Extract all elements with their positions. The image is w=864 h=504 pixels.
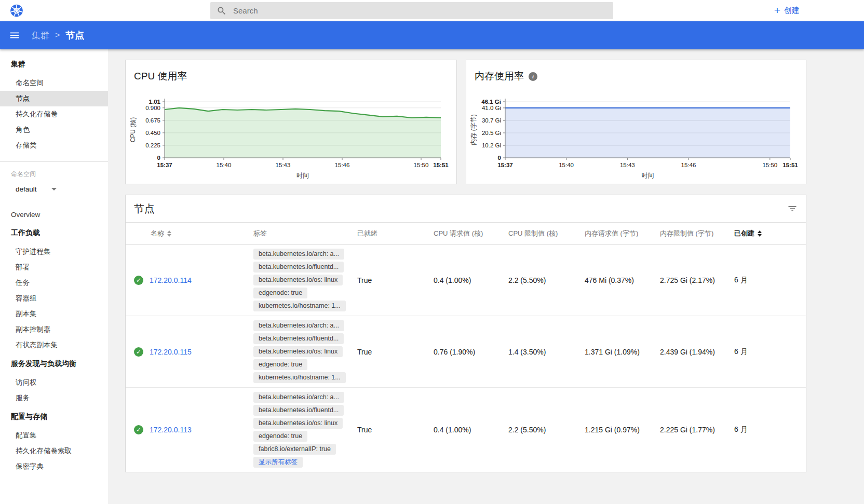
filter-icon[interactable] (787, 203, 798, 214)
cell-memory-limits: 2.725 Gi (2.17%) (660, 276, 734, 284)
node-label-chip: edgenode: true (253, 359, 307, 370)
plus-icon: + (774, 5, 780, 16)
memory-usage-chart: 010.2 Gi20.5 Gi30.7 Gi41.0 Gi46.1 Gi15:3… (466, 87, 806, 184)
sort-down-arrow-icon (167, 234, 171, 237)
node-link[interactable]: 172.20.0.113 (150, 426, 192, 434)
sidebar-item[interactable]: 节点 (0, 91, 108, 106)
column-header-label: CPU 限制值 (核) (508, 229, 558, 238)
search-icon (217, 6, 227, 16)
sidebar-item[interactable]: 有状态副本集 (0, 337, 108, 353)
cell-cpu-requests: 0.76 (1.90%) (434, 348, 508, 356)
column-header[interactable]: 已创建 (734, 229, 798, 238)
namespace-select-value: default (16, 185, 37, 193)
status-ok-icon: ✓ (134, 347, 143, 357)
sidebar-item[interactable]: 守护进程集 (0, 244, 108, 260)
sidebar-item[interactable]: 任务 (0, 275, 108, 291)
svg-text:15:51: 15:51 (433, 162, 449, 168)
svg-text:10.2 Gi: 10.2 Gi (482, 142, 501, 148)
info-icon[interactable]: i (529, 72, 537, 81)
node-link[interactable]: 172.20.0.114 (150, 276, 192, 284)
cell-cpu-requests: 0.4 (1.00%) (434, 426, 508, 434)
cell-memory-limits: 2.225 Gi (1.77%) (660, 426, 734, 434)
node-label-chip: beta.kubernetes.io/os: linux (253, 275, 343, 285)
sidebar-item[interactable]: 角色 (0, 122, 108, 138)
create-button[interactable]: + 创建 (774, 0, 800, 21)
sidebar-section-header: 服务发现与负载均衡 (0, 356, 108, 372)
sidebar-item[interactable]: 副本控制器 (0, 322, 108, 337)
svg-text:15:46: 15:46 (681, 162, 696, 168)
svg-text:时间: 时间 (296, 172, 309, 179)
namespace-select[interactable]: default (0, 180, 108, 198)
node-label-chip: beta.kubernetes.io/fluentd... (253, 405, 344, 416)
sidebar-item[interactable]: 容器组 (0, 291, 108, 306)
svg-text:15:40: 15:40 (559, 162, 574, 168)
svg-text:时间: 时间 (642, 172, 654, 179)
node-label-chip: edgenode: true (253, 288, 307, 298)
cell-labels: beta.kubernetes.io/arch: a...beta.kubern… (253, 249, 357, 311)
node-label-chip: beta.kubernetes.io/os: linux (253, 418, 343, 429)
sidebar-item[interactable]: 部署 (0, 260, 108, 275)
sort-down-arrow-icon (758, 234, 762, 237)
column-header-label: 名称 (151, 229, 164, 238)
sidebar: 集群命名空间节点持久化存储卷角色存储类命名空间defaultOverview工作… (0, 49, 108, 504)
svg-text:内存 (字节): 内存 (字节) (470, 114, 477, 145)
status-ok-icon: ✓ (134, 276, 143, 285)
column-header-label: CPU 请求值 (核) (434, 229, 483, 238)
sidebar-item[interactable]: 副本集 (0, 306, 108, 322)
node-label-chip: beta.kubernetes.io/arch: a... (253, 249, 344, 260)
sidebar-item[interactable]: 持久化存储卷 (0, 106, 108, 122)
cell-cpu-requests: 0.4 (1.00%) (434, 276, 508, 284)
node-link[interactable]: 172.20.0.115 (150, 348, 192, 356)
svg-text:0.225: 0.225 (145, 142, 160, 148)
sidebar-item[interactable]: 配置集 (0, 428, 108, 443)
column-header: 内存请求值 (字节) (585, 229, 660, 238)
svg-text:0: 0 (157, 155, 160, 161)
sidebar-section-header: 配置与存储 (0, 409, 108, 425)
node-label-chip: kubernetes.io/hostname: 1... (253, 301, 346, 311)
svg-text:15:37: 15:37 (157, 162, 172, 168)
svg-text:15:43: 15:43 (620, 162, 635, 168)
sidebar-item[interactable]: 持久化存储卷索取 (0, 443, 108, 459)
node-label-chip: fabric8.io/externalIP: true (253, 444, 336, 455)
cell-created: 6 月 (734, 425, 798, 434)
breadcrumb-current: 节点 (65, 29, 84, 42)
menu-icon[interactable] (9, 30, 20, 41)
svg-text:15:50: 15:50 (762, 162, 777, 168)
cell-created: 6 月 (734, 347, 798, 357)
svg-text:0: 0 (498, 155, 501, 161)
breadcrumb-parent-link[interactable]: 集群 (32, 30, 49, 42)
svg-text:15:43: 15:43 (276, 162, 291, 168)
cpu-usage-chart: 00.2250.4500.6750.9001.0115:3715:4015:43… (126, 87, 456, 184)
column-header-label: 内存限制值 (字节) (660, 229, 713, 238)
memory-chart-title: 内存使用率 (475, 70, 524, 83)
memory-usage-card: 内存使用率 i 010.2 Gi20.5 Gi30.7 Gi41.0 Gi46.… (466, 60, 806, 184)
column-header: CPU 请求值 (核) (434, 229, 508, 238)
sidebar-item[interactable]: 访问权 (0, 375, 108, 390)
svg-text:15:37: 15:37 (497, 162, 512, 168)
show-all-labels-link[interactable]: 显示所有标签 (253, 457, 303, 468)
create-button-label: 创建 (784, 6, 800, 16)
cell-memory-requests: 1.215 Gi (0.97%) (585, 426, 660, 434)
svg-text:0.675: 0.675 (145, 117, 160, 124)
sidebar-item[interactable]: Overview (0, 207, 108, 222)
sidebar-item[interactable]: 保密字典 (0, 459, 108, 474)
sidebar-item[interactable]: 命名空间 (0, 75, 108, 91)
svg-text:46.1 Gi: 46.1 Gi (481, 99, 501, 105)
table-row: ✓172.20.0.115beta.kubernetes.io/arch: a.… (126, 316, 806, 388)
sidebar-item[interactable]: 存储类 (0, 138, 108, 153)
sidebar-item[interactable]: 服务 (0, 390, 108, 406)
sort-arrows-icon (167, 230, 171, 237)
search-input[interactable] (233, 6, 607, 15)
sort-up-arrow-icon (758, 230, 762, 233)
column-header[interactable]: 名称 (134, 229, 253, 238)
svg-text:0.450: 0.450 (145, 130, 160, 136)
cell-cpu-limits: 1.4 (3.50%) (508, 348, 585, 356)
search-bar (210, 2, 613, 19)
cell-memory-requests: 1.371 Gi (1.09%) (585, 348, 660, 356)
sort-arrows-icon (758, 230, 762, 237)
column-header: 内存限制值 (字节) (660, 229, 734, 238)
cell-memory-requests: 476 Mi (0.37%) (585, 276, 660, 284)
cell-memory-limits: 2.439 Gi (1.94%) (660, 348, 734, 356)
column-header-label: 已创建 (734, 229, 754, 238)
node-label-chip: beta.kubernetes.io/os: linux (253, 346, 343, 357)
